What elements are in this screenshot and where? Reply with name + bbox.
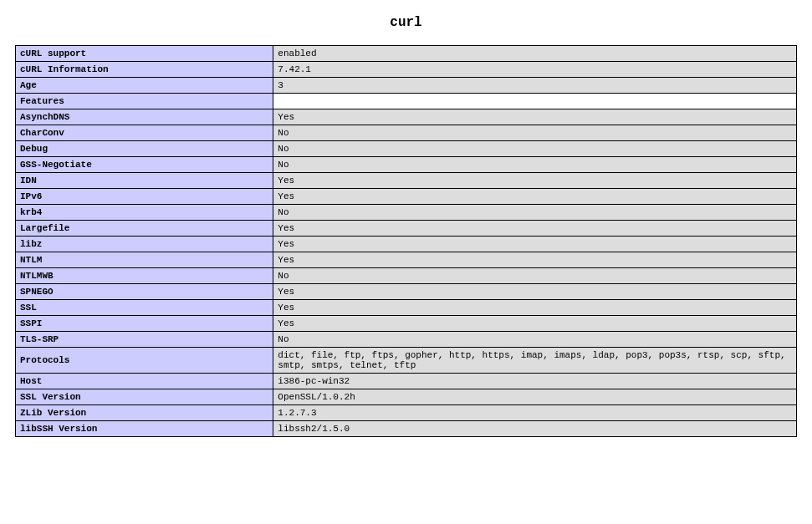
table-row: Hosti386-pc-win32 bbox=[16, 374, 797, 389]
row-value: OpenSSL/1.0.2h bbox=[273, 389, 797, 405]
row-value: No bbox=[273, 157, 797, 173]
row-label: cURL Information bbox=[16, 62, 273, 78]
table-row: SSPIYes bbox=[16, 316, 797, 332]
table-row: Features bbox=[16, 94, 797, 109]
table-row: SSL VersionOpenSSL/1.0.2h bbox=[16, 389, 797, 405]
row-value: i386-pc-win32 bbox=[273, 374, 797, 389]
row-value: No bbox=[273, 125, 797, 141]
row-label: cURL support bbox=[16, 46, 273, 62]
row-label: libz bbox=[16, 237, 273, 252]
row-label: Largefile bbox=[16, 221, 273, 237]
row-label: TLS-SRP bbox=[16, 332, 273, 348]
table-row: Protocolsdict, file, ftp, ftps, gopher, … bbox=[16, 348, 797, 374]
table-row: SPNEGOYes bbox=[16, 284, 797, 300]
row-label: CharConv bbox=[16, 125, 273, 141]
table-row: DebugNo bbox=[16, 141, 797, 157]
row-label: SPNEGO bbox=[16, 284, 273, 300]
table-row: IDNYes bbox=[16, 173, 797, 189]
table-row: cURL supportenabled bbox=[16, 46, 797, 62]
row-label: GSS-Negotiate bbox=[16, 157, 273, 173]
table-row: TLS-SRPNo bbox=[16, 332, 797, 348]
row-value: enabled bbox=[273, 46, 797, 62]
row-label: Host bbox=[16, 374, 273, 389]
table-row: krb4No bbox=[16, 205, 797, 221]
row-value: No bbox=[273, 332, 797, 348]
row-value: 7.42.1 bbox=[273, 62, 797, 78]
row-value: Yes bbox=[273, 252, 797, 268]
row-value: dict, file, ftp, ftps, gopher, http, htt… bbox=[273, 348, 797, 374]
row-label: Features bbox=[16, 94, 273, 109]
info-table: cURL supportenabledcURL Information7.42.… bbox=[15, 45, 797, 437]
row-label: Debug bbox=[16, 141, 273, 157]
row-label: SSL bbox=[16, 300, 273, 316]
row-label: ZLib Version bbox=[16, 405, 273, 421]
table-row: NTLMWBNo bbox=[16, 268, 797, 284]
row-label: krb4 bbox=[16, 205, 273, 221]
row-label: SSPI bbox=[16, 316, 273, 332]
table-row: NTLMYes bbox=[16, 252, 797, 268]
table-row: Age3 bbox=[16, 78, 797, 94]
table-row: cURL Information7.42.1 bbox=[16, 62, 797, 78]
module-title: curl bbox=[8, 15, 804, 30]
row-label: Age bbox=[16, 78, 273, 94]
row-value: Yes bbox=[273, 189, 797, 205]
table-row: GSS-NegotiateNo bbox=[16, 157, 797, 173]
row-value: No bbox=[273, 268, 797, 284]
table-row: ZLib Version1.2.7.3 bbox=[16, 405, 797, 421]
row-value: 1.2.7.3 bbox=[273, 405, 797, 421]
row-label: IPv6 bbox=[16, 189, 273, 205]
row-label: NTLMWB bbox=[16, 268, 273, 284]
row-value: Yes bbox=[273, 237, 797, 252]
row-value: No bbox=[273, 141, 797, 157]
row-label: SSL Version bbox=[16, 389, 273, 405]
table-row: AsynchDNSYes bbox=[16, 109, 797, 125]
row-value: 3 bbox=[273, 78, 797, 94]
row-value: Yes bbox=[273, 300, 797, 316]
row-value: Yes bbox=[273, 109, 797, 125]
row-label: libSSH Version bbox=[16, 421, 273, 437]
row-value: Yes bbox=[273, 316, 797, 332]
row-value: Yes bbox=[273, 284, 797, 300]
table-row: CharConvNo bbox=[16, 125, 797, 141]
table-row: libSSH Versionlibssh2/1.5.0 bbox=[16, 421, 797, 437]
table-row: IPv6Yes bbox=[16, 189, 797, 205]
row-value: Yes bbox=[273, 173, 797, 189]
table-row: SSLYes bbox=[16, 300, 797, 316]
table-row: LargefileYes bbox=[16, 221, 797, 237]
row-label: IDN bbox=[16, 173, 273, 189]
row-value: libssh2/1.5.0 bbox=[273, 421, 797, 437]
row-value: Yes bbox=[273, 221, 797, 237]
row-label: AsynchDNS bbox=[16, 109, 273, 125]
row-value: No bbox=[273, 205, 797, 221]
row-label: NTLM bbox=[16, 252, 273, 268]
table-row: libzYes bbox=[16, 237, 797, 252]
row-value bbox=[273, 94, 797, 109]
row-label: Protocols bbox=[16, 348, 273, 374]
